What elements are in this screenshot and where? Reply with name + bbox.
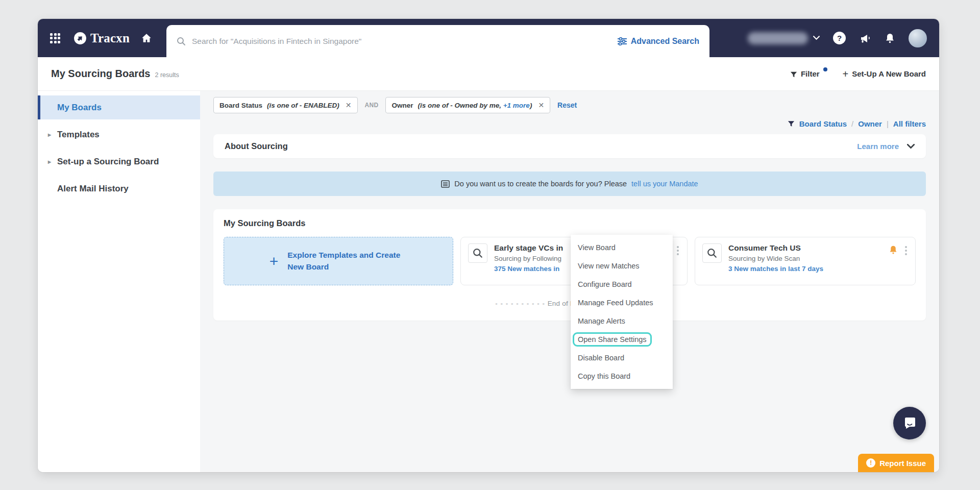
results-count: 2 results <box>155 71 179 79</box>
sidebar-item-my-boards[interactable]: My Boards <box>38 95 200 119</box>
menu-item-view-new-matches[interactable]: View new Matches <box>571 257 673 275</box>
applied-board-status-link[interactable]: Board Status <box>799 119 847 128</box>
board-search-icon <box>702 243 722 263</box>
sidebar-item-alert-mail-history[interactable]: Alert Mail History <box>38 177 200 201</box>
exclamation-icon: ! <box>866 458 875 468</box>
notifications-bell-icon[interactable] <box>885 33 895 44</box>
sidebar-item-label: Alert Mail History <box>57 184 129 194</box>
remove-chip-icon[interactable]: ✕ <box>346 101 352 109</box>
caret-right-icon: ▸ <box>48 158 51 165</box>
search-input[interactable] <box>192 37 611 46</box>
menu-item-open-share-settings[interactable]: Open Share Settings <box>571 330 673 349</box>
sidebar-item-label: Templates <box>57 130 100 140</box>
board-new-matches-link[interactable]: 375 New matches in <box>494 265 563 273</box>
more-options-icon[interactable] <box>904 245 908 256</box>
apps-grid-icon[interactable] <box>50 33 60 43</box>
board-card-consumer-tech-us[interactable]: Consumer Tech US Sourcing by Wide Scan 3… <box>695 237 916 285</box>
applied-owner-link[interactable]: Owner <box>858 119 882 128</box>
about-sourcing-title: About Sourcing <box>225 141 288 151</box>
menu-item-disable-board[interactable]: Disable Board <box>571 349 673 367</box>
account-name-redacted <box>748 32 808 44</box>
reset-filters-link[interactable]: Reset <box>557 101 577 109</box>
board-new-matches-link[interactable]: 3 New matches in last 7 days <box>728 265 823 273</box>
caret-right-icon: ▸ <box>48 131 51 138</box>
highlighted-menu-label: Open Share Settings <box>573 332 652 347</box>
separator: / <box>851 119 853 128</box>
top-navbar: Tracxn Advanced Search <box>38 19 939 57</box>
page-header: My Sourcing Boards 2 results Filter + Se… <box>38 57 939 91</box>
advanced-search-button[interactable]: Advanced Search <box>618 37 699 46</box>
sidebar-item-templates[interactable]: ▸ Templates <box>38 122 200 146</box>
filter-chip-owner[interactable]: Owner (is one of - Owned by me, +1 more)… <box>385 97 550 113</box>
board-context-menu: View Board View new Matches Configure Bo… <box>571 235 673 389</box>
report-issue-button[interactable]: ! Report Issue <box>858 454 934 472</box>
learn-more-link[interactable]: Learn more <box>857 142 899 151</box>
chat-bubble-icon <box>902 415 917 431</box>
board-title: Early stage VCs in <box>494 243 563 253</box>
explore-templates-button[interactable]: + Explore Templates and Create New Board <box>224 237 453 285</box>
filter-label: Filter <box>801 69 820 79</box>
search-icon <box>177 37 186 46</box>
sidebar: My Boards ▸ Templates ▸ Set-up a Sourcin… <box>38 91 200 472</box>
tracxn-logo[interactable]: Tracxn <box>74 31 130 45</box>
plus-icon: + <box>270 253 279 270</box>
app-window: Tracxn Advanced Search <box>38 19 939 472</box>
help-icon[interactable]: ? <box>833 32 846 44</box>
board-subtitle: Sourcing by Wide Scan <box>728 255 823 262</box>
plus-icon: + <box>843 69 849 79</box>
chevron-down-icon <box>813 36 820 40</box>
filter-active-dot <box>823 67 827 71</box>
chevron-down-icon[interactable] <box>907 144 915 149</box>
chip-condition: (is one of - Owned by me, +1 more) <box>418 102 532 109</box>
mandate-link[interactable]: tell us your Mandate <box>631 180 698 188</box>
mandate-banner-text: Do you want us to create the boards for … <box>454 180 627 188</box>
sidebar-item-setup-sourcing-board[interactable]: ▸ Set-up a Sourcing Board <box>38 150 200 174</box>
chip-label: Board Status <box>219 102 262 109</box>
explore-templates-label: Explore Templates and Create New Board <box>287 250 407 273</box>
menu-item-manage-alerts[interactable]: Manage Alerts <box>571 312 673 330</box>
chip-label: Owner <box>391 102 413 109</box>
filter-chips-row: Board Status (is one of - ENABLED) ✕ AND… <box>213 91 926 113</box>
brand-name: Tracxn <box>90 31 130 45</box>
content-area: Board Status (is one of - ENABLED) ✕ AND… <box>200 91 939 472</box>
board-subtitle: Sourcing by Following <box>494 255 563 262</box>
tracxn-logo-icon <box>74 32 87 45</box>
applied-filters-row: Board Status / Owner | All filters <box>213 119 926 128</box>
more-options-icon[interactable] <box>676 245 680 256</box>
setup-new-board-button[interactable]: + Set-Up A New Board <box>843 69 926 79</box>
account-menu[interactable] <box>748 32 820 44</box>
menu-item-view-board[interactable]: View Board <box>571 238 673 257</box>
separator: | <box>887 119 889 128</box>
advanced-search-label: Advanced Search <box>631 37 699 46</box>
mandate-form-icon <box>441 180 450 188</box>
alerts-bell-icon[interactable] <box>889 245 898 255</box>
boards-section-title: My Sourcing Boards <box>224 218 916 228</box>
filter-chip-board-status[interactable]: Board Status (is one of - ENABLED) ✕ <box>213 97 358 113</box>
funnel-icon <box>790 71 797 78</box>
menu-item-copy-this-board[interactable]: Copy this Board <box>571 367 673 385</box>
report-issue-label: Report Issue <box>879 459 926 468</box>
boards-row: + Explore Templates and Create New Board… <box>224 237 916 285</box>
menu-item-manage-feed-updates[interactable]: Manage Feed Updates <box>571 293 673 312</box>
all-filters-link[interactable]: All filters <box>893 119 926 128</box>
board-title: Consumer Tech US <box>728 243 823 253</box>
board-search-icon <box>468 243 487 263</box>
sliders-icon <box>618 37 627 45</box>
global-search-bar: Advanced Search <box>166 25 709 57</box>
sidebar-item-label: My Boards <box>57 103 102 113</box>
chat-widget-button[interactable] <box>893 407 926 439</box>
navbar-right-cluster: ? <box>748 19 927 57</box>
sidebar-item-label: Set-up a Sourcing Board <box>57 157 159 167</box>
home-icon[interactable] <box>141 33 152 44</box>
announcements-icon[interactable] <box>859 33 871 44</box>
menu-item-configure-board[interactable]: Configure Board <box>571 275 673 293</box>
more-filters-link[interactable]: +1 more <box>503 102 530 109</box>
user-avatar[interactable] <box>909 29 927 47</box>
end-of-boards-text: - - - - - - - - - - End of boards - - - … <box>224 300 916 307</box>
mandate-banner: Do you want us to create the boards for … <box>213 172 926 196</box>
remove-chip-icon[interactable]: ✕ <box>538 101 544 109</box>
my-sourcing-boards-card: My Sourcing Boards + Explore Templates a… <box>213 209 926 321</box>
funnel-icon <box>788 120 795 127</box>
filter-button[interactable]: Filter <box>790 69 827 79</box>
help-glyph: ? <box>837 34 842 42</box>
